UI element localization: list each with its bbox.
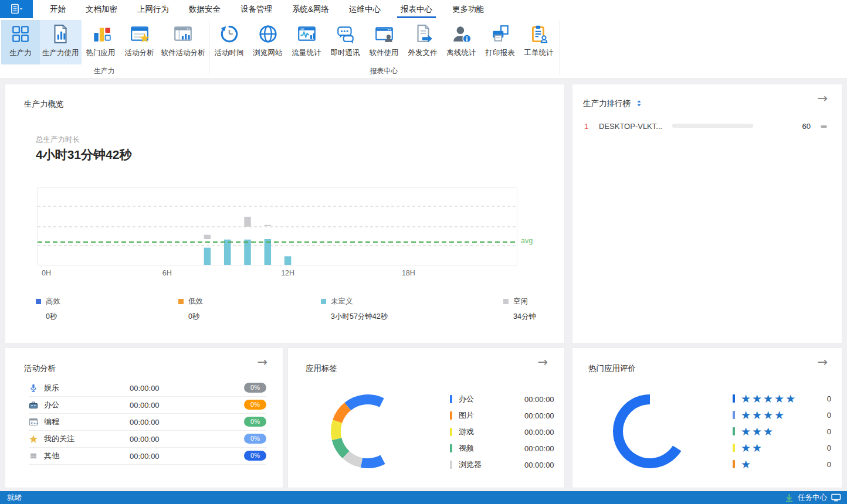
x-axis-tick: 12H bbox=[281, 269, 294, 277]
doc-chart-icon bbox=[50, 23, 71, 45]
panel-title: 生产力排行榜 bbox=[583, 98, 642, 109]
legend-swatch bbox=[733, 394, 735, 403]
menu-tabs: 开始 文档加密 上网行为 数据安全 设备管理 系统&网络 运维中心 报表中心 更… bbox=[40, 0, 494, 18]
activity-row-my-focus[interactable]: 我的关注 00:00:00 0% bbox=[29, 431, 266, 448]
tab-more-functions[interactable]: 更多功能 bbox=[442, 0, 494, 18]
ribbon-group-label: 报表中心 bbox=[210, 64, 558, 77]
printer-icon bbox=[490, 23, 511, 45]
activity-row-programming[interactable]: C++ 编程 00:00:00 0% bbox=[29, 414, 266, 431]
tab-system-network[interactable]: 系统&网络 bbox=[282, 0, 339, 18]
ribbon-group-label: 生产力 bbox=[1, 64, 208, 77]
ribbon-btn-productivity-usage[interactable]: 生产力使用 bbox=[40, 20, 82, 64]
score-progress-bar bbox=[672, 124, 753, 128]
activity-row-office[interactable]: 办公 00:00:00 0% bbox=[29, 397, 266, 414]
sort-icon[interactable] bbox=[636, 100, 642, 107]
tab-report-center[interactable]: 报表中心 bbox=[391, 0, 442, 18]
status-ready-text: 就绪 bbox=[0, 493, 22, 503]
toolbox-icon bbox=[29, 400, 38, 410]
legend-row-pictures: 图片 00:00:00 bbox=[450, 407, 551, 424]
legend-swatch bbox=[733, 411, 735, 419]
ribbon-btn-activity-time[interactable]: 活动时间 bbox=[210, 20, 249, 64]
legend-row-games: 游戏 00:00:00 bbox=[450, 424, 551, 440]
rating-row-1-star: ★ 0 bbox=[733, 456, 831, 472]
productivity-bar-chart: avg 0H6H12H18H bbox=[37, 187, 517, 265]
chevron-down-icon bbox=[20, 8, 23, 10]
star-rating-icons: ★★ bbox=[741, 442, 763, 454]
open-detail-arrow-icon[interactable]: → bbox=[817, 356, 828, 369]
legend-swatch bbox=[321, 299, 326, 304]
menu-bar: 开始 文档加密 上网行为 数据安全 设备管理 系统&网络 运维中心 报表中心 更… bbox=[0, 0, 847, 18]
legend-value: 3小时57分钟42秒 bbox=[331, 312, 388, 322]
legend-item-efficient: 高效 0秒 bbox=[36, 297, 60, 322]
legend-swatch bbox=[733, 460, 735, 468]
ribbon-btn-hot-apps[interactable]: 热门应用 bbox=[82, 20, 120, 64]
grid-icon bbox=[10, 23, 31, 45]
legend-swatch bbox=[733, 444, 735, 452]
open-detail-arrow-icon[interactable]: → bbox=[257, 356, 267, 369]
tab-web-behavior[interactable]: 上网行为 bbox=[127, 0, 179, 18]
open-detail-arrow-icon[interactable]: → bbox=[537, 356, 548, 369]
panel-hot-app-rating: 热门应用评价 → ★★★★★ 0 ★★★★ 0 ★★★ 0 ★★ 0 ★ 0 bbox=[572, 348, 842, 488]
ribbon-group-report-center: 活动时间 浏览网站 流量统计 bbox=[209, 18, 560, 79]
rating-row-5-star: ★★★★★ 0 bbox=[733, 390, 831, 407]
ribbon-btn-browse-sites[interactable]: 浏览网站 bbox=[249, 20, 287, 64]
legend-item-idle: 空闲 34分钟 bbox=[503, 297, 536, 322]
app-tags-legend: 办公 00:00:00 图片 00:00:00 游戏 00:00:00 视频 0… bbox=[450, 391, 551, 473]
app-menu-button[interactable] bbox=[0, 0, 33, 18]
legend-swatch bbox=[178, 299, 184, 304]
download-icon bbox=[785, 493, 794, 502]
status-bar: 就绪 任务中心 bbox=[0, 491, 847, 504]
percent-badge: 0% bbox=[244, 451, 266, 461]
globe-icon bbox=[258, 23, 279, 45]
rating-row-2-star: ★★ 0 bbox=[733, 440, 831, 456]
total-duration-value: 4小时31分钟42秒 bbox=[36, 147, 131, 163]
svg-text:C++: C++ bbox=[31, 421, 39, 425]
x-axis-tick: 0H bbox=[42, 269, 51, 277]
trend-flat-icon bbox=[821, 125, 827, 128]
legend-value: 34分钟 bbox=[513, 312, 536, 322]
window-star-icon bbox=[129, 23, 150, 45]
ribbon-btn-software-usage[interactable]: 软件使用 bbox=[365, 20, 404, 64]
task-center-button[interactable]: 任务中心 bbox=[785, 493, 847, 503]
activity-row-other[interactable]: 其他 00:00:00 0% bbox=[29, 448, 266, 465]
activity-row-entertainment[interactable]: 娱乐 00:00:00 0% bbox=[29, 380, 266, 397]
ribbon-btn-offline-stats[interactable]: 离线统计 bbox=[442, 20, 481, 64]
percent-badge: 0% bbox=[244, 417, 266, 427]
ribbon-btn-instant-messaging[interactable]: 即时通讯 bbox=[326, 20, 365, 64]
rating-row-3-star: ★★★ 0 bbox=[733, 423, 831, 440]
panel-productivity-overview: 生产力概览 总生产力时长 4小时31分钟42秒 avg 0H6H12H18H 高… bbox=[5, 84, 565, 343]
history-clock-icon bbox=[219, 23, 240, 45]
monitor-icon[interactable] bbox=[831, 493, 841, 502]
legend-swatch bbox=[450, 444, 452, 452]
legend-swatch bbox=[450, 461, 452, 469]
ribbon-btn-activity-analysis[interactable]: 活动分析 bbox=[120, 20, 159, 64]
legend-swatch bbox=[450, 411, 452, 420]
tab-data-security[interactable]: 数据安全 bbox=[179, 0, 231, 18]
ribbon-btn-print-report[interactable]: 打印报表 bbox=[481, 20, 520, 64]
panel-app-tags: 应用标签 → 办公 00:00:00 图片 00:00:00 游戏 00:00:… bbox=[287, 348, 565, 488]
x-axis-tick: 18H bbox=[402, 269, 415, 277]
tab-ops-center[interactable]: 运维中心 bbox=[339, 0, 391, 18]
tab-doc-encryption[interactable]: 文档加密 bbox=[76, 0, 127, 18]
total-duration-label: 总生产力时长 bbox=[36, 135, 80, 145]
legend-swatch bbox=[450, 428, 452, 436]
tab-start[interactable]: 开始 bbox=[40, 0, 76, 18]
legend-swatch bbox=[36, 299, 41, 304]
score-value: 60 bbox=[794, 122, 811, 131]
ribbon-btn-ticket-stats[interactable]: 工单统计 bbox=[520, 20, 558, 64]
ribbon-btn-productivity[interactable]: 生产力 bbox=[1, 20, 40, 64]
ranking-row[interactable]: 1 DESKTOP-VLKT... 60 bbox=[572, 122, 842, 131]
chat-icon bbox=[335, 23, 356, 45]
ribbon-btn-software-activity-analysis[interactable]: 软件活动分析 bbox=[159, 20, 208, 64]
tab-device-mgmt[interactable]: 设备管理 bbox=[231, 0, 282, 18]
code-window-icon: C++ bbox=[29, 417, 38, 427]
panel-title: 热门应用评价 bbox=[588, 363, 636, 374]
traffic-chart-icon bbox=[296, 23, 317, 45]
ribbon-btn-outgoing-files[interactable]: 外发文件 bbox=[404, 20, 442, 64]
menu-lines-icon bbox=[29, 451, 38, 461]
open-detail-arrow-icon[interactable]: → bbox=[817, 93, 828, 105]
window-user-icon bbox=[374, 23, 395, 45]
ribbon-btn-traffic-stats[interactable]: 流量统计 bbox=[287, 20, 326, 64]
star-rating-icons: ★★★★★ bbox=[741, 393, 797, 404]
avg-line-label: avg bbox=[521, 237, 533, 245]
